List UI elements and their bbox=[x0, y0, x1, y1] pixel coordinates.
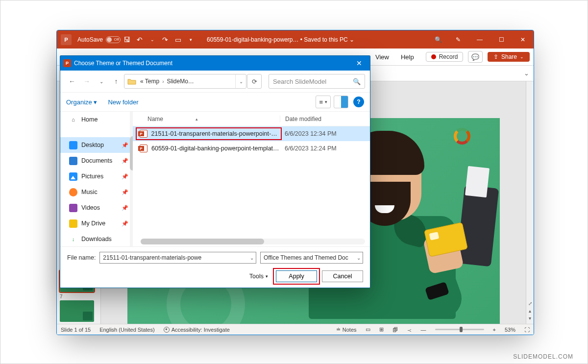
slide-thumbnail[interactable] bbox=[60, 300, 94, 322]
autosave-toggle[interactable]: Off bbox=[106, 36, 121, 43]
tree-item-documents[interactable]: Documents📌 bbox=[60, 153, 132, 169]
tab-view[interactable]: View bbox=[370, 49, 394, 65]
file-list[interactable]: Name▴ Date modified 21511-01-transparent… bbox=[133, 112, 370, 246]
record-label: Record bbox=[439, 53, 458, 60]
preview-pane-button[interactable] bbox=[334, 96, 348, 108]
next-slide-icon[interactable]: ▾ bbox=[529, 315, 531, 321]
nav-forward-icon[interactable]: → bbox=[80, 74, 94, 88]
draw-icon[interactable]: ✎ bbox=[447, 30, 469, 49]
dialog-nav-bar: ← → ⌄ ↑ « Temp › SlideMo… ⌄ ⟳ Search Sli… bbox=[60, 71, 370, 92]
autosave-state: Off bbox=[114, 37, 120, 42]
pin-icon[interactable]: 📌 bbox=[122, 220, 128, 227]
reading-view-icon[interactable]: 🗐 bbox=[392, 327, 398, 333]
dialog-close-icon[interactable]: ✕ bbox=[348, 56, 370, 71]
zoom-level[interactable]: 53% bbox=[505, 327, 515, 333]
cancel-button[interactable]: Cancel bbox=[322, 270, 363, 282]
close-icon[interactable]: ✕ bbox=[512, 30, 534, 49]
zoom-out-icon[interactable]: — bbox=[421, 327, 426, 333]
refresh-icon[interactable]: ⟳ bbox=[247, 74, 262, 89]
fit-to-window-icon[interactable]: ⛶ bbox=[524, 327, 530, 333]
breadcrumb-segment[interactable]: SlideMo… bbox=[166, 78, 195, 85]
accessibility-status[interactable]: ✶ Accessibility: Investigate bbox=[164, 327, 230, 333]
col-date-header[interactable]: Date modified bbox=[280, 116, 370, 122]
tree-item-downloads[interactable]: ↓Downloads bbox=[60, 231, 132, 246]
record-button[interactable]: Record bbox=[426, 52, 464, 62]
undo-icon[interactable]: ↶ bbox=[133, 33, 146, 47]
tab-help[interactable]: Help bbox=[396, 49, 419, 65]
comments-button[interactable]: 💬 bbox=[468, 51, 483, 63]
view-mode-button[interactable]: ≡▾ bbox=[316, 96, 331, 108]
redo-icon[interactable]: ↷ bbox=[159, 33, 172, 47]
tree-item-pictures[interactable]: Pictures📌 bbox=[60, 169, 132, 184]
watermark: SLIDEMODEL.COM bbox=[513, 353, 573, 360]
nav-back-icon[interactable]: ← bbox=[65, 74, 79, 88]
filename-input[interactable]: 21511-01-transparent-materials-powe⌄ bbox=[99, 252, 256, 264]
slide-number-label: 7 bbox=[60, 294, 98, 299]
file-date: 6/6/2023 12:24 PM bbox=[280, 145, 370, 152]
search-placeholder: Search SlideModel bbox=[273, 78, 326, 85]
dialog-search-input[interactable]: Search SlideModel 🔍 bbox=[269, 74, 365, 89]
slideshow-view-icon[interactable]: 𝈄 bbox=[407, 327, 412, 333]
file-dialog: P Choose Theme or Themed Document ✕ ← → … bbox=[60, 55, 370, 288]
tree-item-home[interactable]: ⌂Home bbox=[60, 112, 132, 127]
chevron-down-icon[interactable]: ⌄ bbox=[357, 255, 361, 261]
share-button[interactable]: ⇪Share⌄ bbox=[488, 52, 530, 62]
new-folder-button[interactable]: New folder bbox=[108, 98, 138, 106]
zoom-in-icon[interactable]: + bbox=[493, 327, 496, 333]
pptx-file-icon bbox=[140, 130, 147, 138]
vertical-scrollbar[interactable]: ⤢ ▴ ▾ bbox=[526, 81, 534, 324]
slide-sorter-view-icon[interactable]: ⊞ bbox=[379, 326, 384, 333]
tree-item-music[interactable]: Music📌 bbox=[60, 184, 132, 200]
language-status[interactable]: English (United States) bbox=[99, 327, 155, 333]
save-icon[interactable]: 🖫 bbox=[121, 33, 133, 47]
file-type-filter[interactable]: Office Themes and Themed Doc⌄ bbox=[260, 252, 363, 264]
organize-menu[interactable]: Organize ▾ bbox=[66, 98, 97, 106]
chevron-right-icon: › bbox=[160, 79, 166, 84]
zoom-slider[interactable] bbox=[435, 329, 484, 330]
tree-item-desktop[interactable]: Desktop📌 bbox=[60, 137, 132, 153]
dialog-titlebar: P Choose Theme or Themed Document ✕ bbox=[60, 56, 370, 71]
minimize-icon[interactable]: — bbox=[469, 30, 490, 49]
breadcrumb-dropdown-icon[interactable]: ⌄ bbox=[235, 74, 246, 88]
notes-button[interactable]: ≐Notes bbox=[336, 326, 357, 333]
documents-icon bbox=[69, 157, 77, 165]
undo-dropdown-icon[interactable]: ⌄ bbox=[146, 33, 159, 47]
slideshow-start-icon[interactable]: ▭ bbox=[172, 33, 184, 47]
tools-menu[interactable]: Tools▾ bbox=[249, 273, 268, 280]
breadcrumb-segment[interactable]: « Temp bbox=[139, 78, 160, 85]
qat-overflow-icon[interactable]: ▾ bbox=[184, 33, 197, 47]
tree-item-mydrive[interactable]: My Drive📌 bbox=[60, 216, 132, 231]
pptx-file-icon bbox=[140, 145, 147, 152]
search-icon: 🔍 bbox=[353, 78, 361, 85]
pin-icon[interactable]: 📌 bbox=[122, 205, 128, 211]
pin-icon[interactable]: 📌 bbox=[122, 158, 128, 164]
breadcrumb[interactable]: « Temp › SlideMo… ⌄ bbox=[124, 74, 246, 89]
slide-counter[interactable]: Slide 1 of 15 bbox=[61, 327, 91, 333]
maximize-icon[interactable]: ☐ bbox=[490, 30, 512, 49]
tree-item-videos[interactable]: Videos📌 bbox=[60, 200, 132, 216]
file-row[interactable]: 60559-01-digital-banking-powerpoint-temp… bbox=[133, 141, 370, 156]
list-hscrollbar[interactable] bbox=[141, 239, 365, 244]
file-row[interactable]: 21511-01-transparent-materials-powerpoin… bbox=[133, 126, 370, 141]
list-header[interactable]: Name▴ Date modified bbox=[133, 112, 370, 126]
col-name-header[interactable]: Name bbox=[147, 116, 163, 122]
chevron-down-icon[interactable]: ⌄ bbox=[250, 255, 254, 261]
tree-label: Pictures bbox=[81, 173, 103, 180]
nav-tree[interactable]: ⌂Home Desktop📌 Documents📌 Pictures📌 Musi… bbox=[60, 112, 133, 246]
pin-icon[interactable]: 📌 bbox=[122, 189, 128, 195]
nav-history-icon[interactable]: ⌄ bbox=[95, 74, 108, 88]
dialog-bottom-panel: File name: 21511-01-transparent-material… bbox=[60, 246, 370, 288]
tell-me-search-icon[interactable]: 🔍 bbox=[429, 36, 447, 43]
zoom-fit-icon[interactable]: ⤢ bbox=[528, 301, 532, 306]
prev-slide-icon[interactable]: ▴ bbox=[529, 308, 531, 314]
pin-icon[interactable]: 📌 bbox=[122, 142, 128, 148]
file-date: 6/6/2023 12:34 PM bbox=[280, 130, 370, 137]
nav-up-icon[interactable]: ↑ bbox=[109, 74, 123, 88]
accessibility-icon: ✶ bbox=[164, 327, 170, 333]
ribbon-collapse-icon[interactable]: ⌄ bbox=[519, 70, 534, 77]
apply-button[interactable]: Apply bbox=[276, 270, 317, 282]
normal-view-icon[interactable]: ▭ bbox=[366, 326, 370, 333]
help-icon[interactable]: ? bbox=[353, 97, 364, 107]
document-title[interactable]: 60559-01-digital-banking-powerp… • Saved… bbox=[197, 36, 429, 43]
pin-icon[interactable]: 📌 bbox=[122, 173, 128, 180]
